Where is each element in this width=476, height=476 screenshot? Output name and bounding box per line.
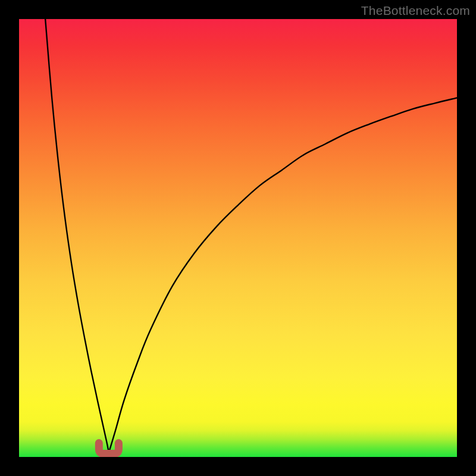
minimum-cap-shape <box>99 443 118 454</box>
chart-frame: TheBottleneck.com <box>0 0 476 476</box>
plot-area <box>19 19 457 457</box>
watermark-label: TheBottleneck.com <box>361 4 470 18</box>
minimum-cap <box>19 19 457 457</box>
